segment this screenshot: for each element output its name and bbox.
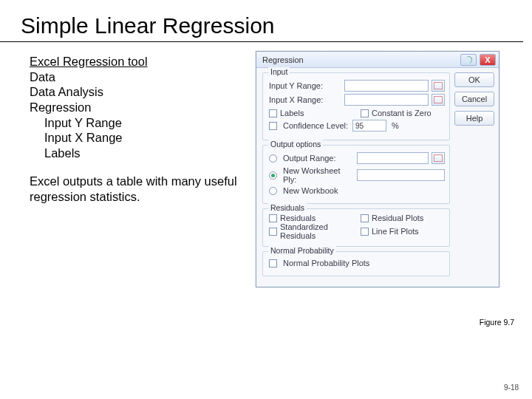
cancel-button[interactable]: Cancel (454, 92, 494, 106)
x-range-input[interactable] (344, 94, 429, 106)
x-range-label: Input X Range: (269, 95, 341, 104)
constant-zero-checkbox[interactable] (361, 109, 369, 117)
notes-indent-line: Input Y Range (30, 115, 244, 131)
dialog-title: Regression (262, 55, 457, 64)
residuals-label: Residuals (280, 214, 316, 222)
notes-paragraph: Excel outputs a table with many useful r… (30, 174, 244, 204)
range-picker-icon[interactable] (432, 94, 445, 106)
group-label: Input (268, 67, 290, 76)
output-range-input[interactable] (357, 152, 429, 164)
y-range-input[interactable] (344, 80, 429, 92)
std-residuals-label: Standardized Residuals (280, 222, 353, 240)
help-button[interactable]: Help (454, 111, 494, 126)
range-picker-icon[interactable] (432, 80, 445, 92)
help-icon[interactable] (460, 54, 477, 66)
dialog-titlebar: Regression X (256, 52, 499, 68)
notes-indent-line: Labels (30, 146, 244, 161)
group-label: Residuals (268, 203, 307, 212)
new-worksheet-input[interactable] (357, 169, 445, 181)
normal-probability-checkbox[interactable] (269, 259, 277, 267)
std-residuals-checkbox[interactable] (269, 228, 277, 236)
labels-checkbox-label: Labels (280, 109, 304, 117)
regression-dialog: Regression X Input Input Y Range: (256, 51, 499, 287)
group-input: Input Input Y Range: Input X Range: (262, 72, 450, 140)
confidence-level-unit: % (392, 121, 399, 130)
output-range-label: Output Range: (283, 154, 354, 163)
notes-indent-line: Input X Range (30, 130, 244, 146)
line-fit-plots-label: Line Fit Plots (372, 227, 419, 236)
new-worksheet-radio[interactable] (269, 171, 277, 180)
notes-line: Data (30, 69, 244, 85)
normal-probability-label: Normal Probability Plots (283, 259, 369, 267)
close-icon[interactable]: X (480, 54, 496, 66)
notes-line: Regression (30, 100, 244, 115)
confidence-level-input[interactable]: 95 (352, 120, 386, 132)
group-normal-probability: Normal Probability Normal Probability Pl… (262, 251, 450, 276)
page-number: 9-18 (504, 383, 519, 392)
figure-caption: Figure 9.7 (480, 318, 514, 327)
labels-checkbox[interactable] (269, 109, 277, 117)
group-label: Normal Probability (268, 246, 336, 255)
notes-heading: Excel Regression tool (30, 54, 244, 69)
group-residuals: Residuals Residuals Residual Plots (262, 208, 450, 247)
residuals-checkbox[interactable] (269, 214, 277, 222)
residual-plots-checkbox[interactable] (361, 214, 369, 222)
confidence-level-label: Confidence Level: (283, 121, 349, 130)
new-worksheet-label: New Worksheet Ply: (283, 166, 354, 184)
group-output: Output options Output Range: New Workshe… (262, 145, 450, 204)
new-workbook-radio[interactable] (269, 187, 277, 195)
ok-button[interactable]: OK (454, 72, 494, 87)
notes-column: Excel Regression tool Data Data Analysis… (0, 51, 251, 287)
slide-title: Simple Linear Regression (0, 0, 523, 42)
range-picker-icon[interactable] (432, 152, 445, 164)
line-fit-plots-checkbox[interactable] (361, 228, 369, 236)
notes-line: Data Analysis (30, 84, 244, 100)
residual-plots-label: Residual Plots (372, 214, 423, 222)
y-range-label: Input Y Range: (269, 81, 341, 90)
new-workbook-label: New Workbook (283, 186, 338, 195)
output-range-radio[interactable] (269, 154, 277, 163)
group-label: Output options (268, 140, 323, 149)
constant-zero-label: Constant is Zero (372, 109, 432, 117)
confidence-level-checkbox[interactable] (269, 122, 277, 130)
